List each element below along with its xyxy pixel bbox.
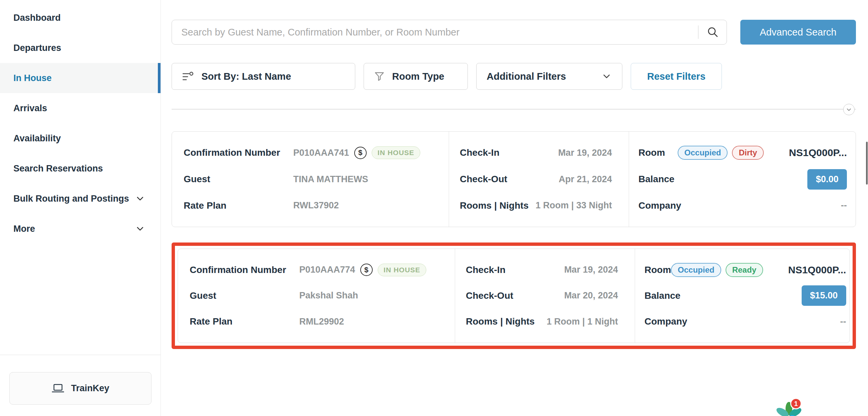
company-value: -- [841,200,847,211]
rate-plan-row: Rate Plan RWL37902 [172,192,449,219]
sidebar-item-label: Arrivals [13,103,47,114]
check-in-label: Check-In [466,265,505,275]
dollar-glyph: $ [364,266,368,274]
rate-plan-label: Rate Plan [190,316,299,327]
additional-filters-dropdown[interactable]: Additional Filters [476,63,622,90]
card-guest-column: Confirmation Number P010AAA774 $ IN HOUS… [178,249,455,343]
balance-button[interactable]: $15.00 [802,285,846,306]
sidebar-item-label: Departures [13,43,61,53]
card-guest-column: Confirmation Number P010AAA741 $ IN HOUS… [172,132,449,227]
occupied-status-pill: Occupied [671,263,721,277]
rooms-nights-row: Rooms | Nights 1 Room | 1 Night [455,309,635,334]
reset-filters-button[interactable]: Reset Filters [631,63,722,90]
sidebar-item-in-house[interactable]: In House [0,63,160,93]
check-in-label: Check-In [460,148,499,158]
rooms-nights-label: Rooms | Nights [460,200,528,211]
balance-button[interactable]: $0.00 [807,169,847,190]
reservation-card-2[interactable]: Confirmation Number P010AAA774 $ IN HOUS… [178,249,850,343]
room-row: Room Occupied Dirty NS1Q000P... [629,140,856,166]
check-out-row: Check-Out Apr 21, 2024 [449,166,629,193]
sidebar-item-label: In House [13,73,52,84]
guest-label: Guest [184,174,293,185]
rate-plan-label: Rate Plan [184,200,293,211]
sort-icon [182,71,194,82]
balance-row: Balance $15.00 [635,283,855,309]
status-badge: IN HOUSE [378,264,427,276]
room-type-button[interactable]: Room Type [364,63,468,90]
sidebar-item-availability[interactable]: Availability [0,123,160,153]
rooms-nights-value: 1 Room | 33 Night [535,200,612,211]
rooms-nights-label: Rooms | Nights [466,316,534,327]
search-box[interactable] [172,20,727,44]
balance-label: Balance [639,174,674,185]
sidebar-item-bulk-routing[interactable]: Bulk Routing and Postings [0,184,160,214]
check-out-label: Check-Out [466,290,514,301]
check-in-row: Check-In Mar 19, 2024 [449,140,629,166]
search-input[interactable] [181,27,695,38]
confirmation-number: P010AAA741 [293,148,349,158]
sidebar-item-label: Dashboard [13,13,61,23]
company-value: -- [840,317,846,327]
sidebar-item-more[interactable]: More [0,214,160,244]
advanced-search-button[interactable]: Advanced Search [740,20,856,44]
check-in-row: Check-In Mar 19, 2024 [455,257,635,283]
balance-label: Balance [645,290,680,301]
trainkey-label: TrainKey [71,383,109,393]
sidebar-divider [0,355,160,355]
sidebar-item-label: More [13,224,35,234]
guest-label: Guest [190,290,299,301]
confirmation-row: Confirmation Number P010AAA741 $ IN HOUS… [172,140,449,166]
guest-row: Guest Pakshal Shah [178,283,455,309]
rooms-nights-row: Rooms | Nights 1 Room | 33 Night [449,192,629,219]
check-out-date: Mar 20, 2024 [564,290,618,301]
chat-widget[interactable]: 1 [774,401,814,416]
additional-filters-label: Additional Filters [487,71,566,82]
filter-row: Sort By: Last Name Room Type Additional … [172,63,856,90]
reservation-card-1[interactable]: Confirmation Number P010AAA741 $ IN HOUS… [172,131,856,227]
sidebar-item-departures[interactable]: Departures [0,33,160,63]
sidebar-item-dashboard[interactable]: Dashboard [0,3,160,33]
notification-badge: 1 [790,398,802,409]
dollar-icon[interactable]: $ [360,264,373,276]
sidebar-footer: TrainKey [0,355,160,405]
sidebar: Dashboard Departures In House Arrivals A… [0,0,161,416]
room-status-group: Occupied Ready NS1Q000P... [671,263,846,277]
sidebar-item-arrivals[interactable]: Arrivals [0,93,160,123]
funnel-icon [374,71,385,82]
trainkey-button[interactable]: TrainKey [9,372,152,405]
sort-by-label: Sort By: Last Name [202,71,291,82]
chevron-down-icon [845,106,852,113]
sidebar-item-label: Search Reservations [13,163,103,174]
collapse-toggle[interactable] [843,104,855,115]
check-in-date: Mar 19, 2024 [558,148,612,158]
sidebar-nav: Dashboard Departures In House Arrivals A… [0,0,160,244]
dollar-icon[interactable]: $ [354,147,367,159]
chevron-down-icon [135,194,145,204]
check-out-row: Check-Out Mar 20, 2024 [455,283,635,309]
balance-row: Balance $0.00 [629,166,856,193]
sidebar-item-search-reservations[interactable]: Search Reservations [0,153,160,184]
check-out-date: Apr 21, 2024 [559,174,612,185]
card-dates-column: Check-In Mar 19, 2024 Check-Out Apr 21, … [449,132,629,227]
confirmation-value-group: P010AAA741 $ IN HOUSE [293,147,420,159]
sort-by-button[interactable]: Sort By: Last Name [172,63,355,90]
rate-plan-row: Rate Plan RML29902 [178,309,455,334]
company-row: Company -- [629,192,856,219]
dollar-glyph: $ [358,149,362,157]
card-room-column: Room Occupied Ready NS1Q000P... Balance … [635,249,855,343]
sidebar-item-label: Bulk Routing and Postings [13,194,129,204]
chevron-down-icon [135,224,145,234]
search-divider [698,26,699,39]
search-icon[interactable] [707,26,719,38]
room-type-label: Room Type [392,71,444,82]
scrollbar-thumb[interactable] [866,142,868,185]
company-row: Company -- [635,309,855,334]
card-dates-column: Check-In Mar 19, 2024 Check-Out Mar 20, … [455,249,635,343]
company-label: Company [645,316,687,327]
rate-plan-value: RML29902 [299,317,344,327]
room-number: NS1Q000P... [789,147,847,158]
company-label: Company [639,200,681,211]
room-label: Room [645,265,671,275]
highlighted-card-outline: Confirmation Number P010AAA774 $ IN HOUS… [172,243,856,349]
confirmation-value-group: P010AAA774 $ IN HOUSE [299,264,426,276]
